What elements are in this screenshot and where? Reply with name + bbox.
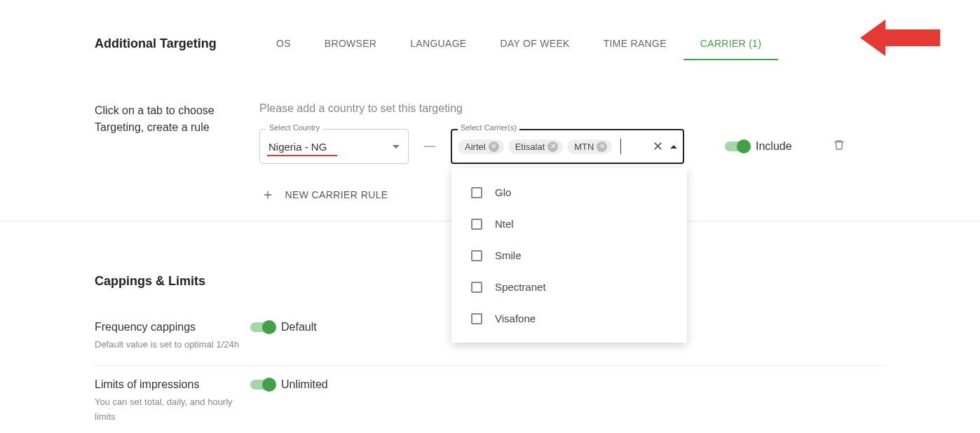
chip-remove-icon[interactable]: ✕ — [597, 142, 607, 152]
carrier-option-glo[interactable]: Glo — [451, 177, 687, 208]
carrier-multiselect[interactable]: Airtel ✕ Etisalat ✕ MTN ✕ — [451, 129, 684, 164]
rule-separator — [424, 146, 435, 147]
additional-targeting-heading: Additional Targeting — [95, 28, 259, 51]
left-helper-line2: Targeting, create a rule — [95, 121, 210, 133]
carrier-chip-etisalat: Etisalat ✕ — [508, 139, 564, 154]
checkbox-icon[interactable] — [471, 187, 482, 198]
chip-remove-icon[interactable]: ✕ — [547, 142, 558, 152]
carrier-option-visafone[interactable]: Visafone — [451, 303, 687, 334]
frequency-cappings-label: Frequency cappings — [95, 321, 250, 334]
include-label: Include — [756, 140, 792, 153]
carrier-option-smile[interactable]: Smile — [451, 240, 687, 271]
checkbox-icon[interactable] — [471, 219, 482, 230]
tab-browser[interactable]: BROWSER — [308, 28, 393, 60]
frequency-cappings-sub: Default value is set to optimal 1/24h — [95, 338, 250, 352]
country-select-value: Nigeria - NG — [268, 141, 327, 153]
tab-os[interactable]: OS — [259, 28, 308, 60]
option-label: Spectranet — [495, 281, 546, 293]
toggle-knob — [262, 378, 276, 392]
frequency-toggle-label: Default — [281, 321, 317, 334]
left-helper-text: Click on a tab to choose Targeting, crea… — [95, 102, 259, 136]
chevron-up-icon[interactable] — [670, 145, 677, 149]
checkbox-icon[interactable] — [471, 282, 482, 293]
country-select[interactable]: Nigeria - NG — [259, 129, 409, 164]
option-label: Glo — [495, 186, 511, 198]
option-label: Smile — [495, 249, 522, 261]
include-toggle[interactable] — [725, 142, 749, 151]
tab-language[interactable]: LANGUAGE — [393, 28, 483, 60]
annotation-underline — [267, 155, 337, 156]
carrier-chip-mtn: MTN ✕ — [567, 139, 612, 154]
option-label: Visafone — [495, 312, 536, 324]
impressions-label: Limits of impressions — [95, 378, 250, 391]
clear-all-icon[interactable]: ✕ — [653, 140, 663, 153]
impressions-sub: You can set total, daily, and hourly lim… — [95, 395, 250, 425]
chip-label: MTN — [574, 142, 594, 152]
chip-remove-icon[interactable]: ✕ — [489, 142, 499, 152]
text-cursor — [620, 139, 621, 154]
trash-icon — [833, 139, 845, 151]
top-helper-text: Please add a country to set this targeti… — [259, 102, 885, 115]
chevron-down-icon — [393, 145, 400, 149]
carrier-option-ntel[interactable]: Ntel — [451, 208, 687, 240]
frequency-toggle[interactable] — [250, 322, 274, 332]
impressions-toggle[interactable] — [250, 380, 274, 390]
option-label: Ntel — [495, 218, 514, 230]
carrier-field-label: Select Carrier(s) — [458, 123, 519, 132]
toggle-knob — [737, 139, 751, 153]
chip-label: Airtel — [465, 142, 486, 152]
tab-carrier[interactable]: CARRIER (1) — [683, 28, 778, 60]
carrier-dropdown: Glo Ntel Smile — [451, 168, 687, 343]
chip-label: Etisalat — [515, 142, 545, 152]
carrier-option-spectranet[interactable]: Spectranet — [451, 271, 687, 303]
checkbox-icon[interactable] — [471, 250, 482, 261]
left-helper-line1: Click on a tab to choose — [95, 104, 215, 116]
tab-day-of-week[interactable]: DAY OF WEEK — [483, 28, 586, 60]
tab-time-range[interactable]: TIME RANGE — [587, 28, 683, 60]
new-rule-label: NEW CARRIER RULE — [285, 189, 388, 200]
impressions-toggle-label: Unlimited — [281, 378, 328, 391]
toggle-knob — [262, 320, 276, 334]
targeting-tabs: OS BROWSER LANGUAGE DAY OF WEEK TIME RAN… — [259, 28, 885, 60]
carrier-chip-airtel: Airtel ✕ — [458, 139, 504, 154]
checkbox-icon[interactable] — [471, 313, 482, 324]
plus-icon: ＋ — [261, 185, 275, 204]
country-field-label: Select Country — [266, 123, 322, 132]
delete-rule-button[interactable] — [833, 139, 845, 154]
